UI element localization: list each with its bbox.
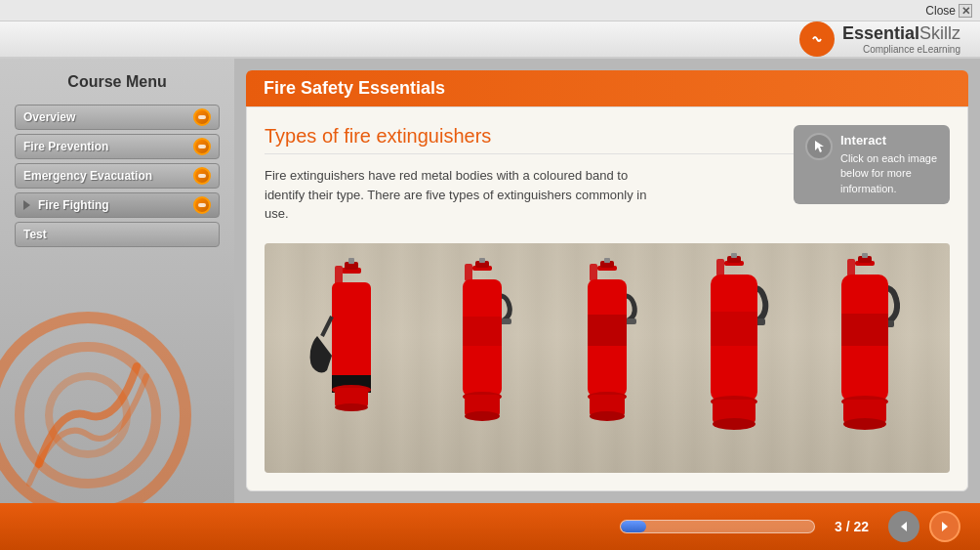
svg-rect-27 [590, 264, 597, 281]
sidebar-item-emergency-evacuation[interactable]: Emergency Evacuation [15, 163, 220, 189]
svg-point-23 [465, 411, 500, 421]
extinguisher-2[interactable] [443, 258, 521, 453]
svg-rect-36 [731, 253, 737, 258]
main-panel: Fire Safety Essentials Types of fire ext… [234, 59, 980, 503]
menu-item-icon-overview [193, 108, 211, 126]
menu-item-icon-emergency-evacuation [193, 167, 211, 185]
page-count: 3 / 22 [825, 519, 878, 534]
svg-rect-6 [348, 258, 354, 264]
arrow-icon [23, 200, 30, 210]
logo-area: EssentialSkillz Compliance eLearning [799, 21, 960, 57]
svg-rect-47 [847, 259, 855, 276]
extinguisher-4[interactable] [693, 253, 776, 453]
menu-item-label-fire-fighting: Fire Fighting [38, 198, 109, 212]
svg-rect-37 [716, 259, 724, 276]
main-container: EssentialSkillz Compliance eLearning Cou… [0, 21, 980, 550]
svg-rect-50 [841, 314, 888, 346]
svg-marker-55 [942, 522, 948, 531]
next-button[interactable] [929, 511, 960, 542]
svg-rect-46 [862, 253, 868, 258]
menu-item-label-test: Test [23, 228, 47, 241]
extinguishers-area [265, 243, 950, 474]
header: EssentialSkillz Compliance eLearning [0, 21, 980, 59]
svg-rect-30 [588, 315, 627, 346]
interact-text: Click on each image below for more infor… [840, 151, 938, 196]
close-label: Close [925, 4, 956, 18]
svg-point-43 [713, 418, 755, 430]
logo-rest: Skillz [919, 23, 960, 43]
logo-text-area: EssentialSkillz Compliance eLearning [842, 23, 960, 55]
menu-item-label-emergency-evacuation: Emergency Evacuation [23, 169, 152, 183]
logo-brand: EssentialSkillz [842, 23, 960, 44]
sidebar-title: Course Menu [15, 73, 220, 91]
svg-rect-8 [332, 282, 371, 390]
bottom-bar: 3 / 22 [0, 503, 980, 550]
svg-rect-20 [463, 317, 502, 346]
page-title: Fire Safety Essentials [264, 78, 951, 99]
svg-marker-54 [901, 522, 907, 531]
svg-rect-40 [711, 312, 757, 346]
logo-strong: Essential [842, 23, 919, 43]
prev-button[interactable] [888, 511, 919, 542]
content-area: Course Menu Overview Fire Prevention Eme… [0, 59, 980, 503]
sidebar: Course Menu Overview Fire Prevention Eme… [0, 59, 234, 503]
sidebar-item-overview[interactable]: Overview [15, 105, 220, 130]
progress-bar-container: 3 / 22 [20, 519, 878, 534]
logo-subtitle: Compliance eLearning [842, 44, 960, 55]
menu-item-left: Test [23, 228, 47, 241]
svg-rect-26 [604, 258, 610, 263]
sidebar-item-fire-prevention[interactable]: Fire Prevention [15, 134, 220, 159]
progress-track [620, 520, 815, 533]
svg-point-33 [590, 411, 625, 421]
interact-content: Interact Click on each image below for m… [840, 133, 938, 196]
menu-item-left: Overview [23, 110, 75, 124]
svg-point-53 [843, 418, 886, 430]
close-icon: ✕ [959, 4, 972, 18]
interact-box: Interact Click on each image below for m… [794, 125, 950, 204]
menu-item-left: Emergency Evacuation [23, 169, 152, 183]
menu-item-left: Fire Prevention [23, 140, 108, 153]
menu-item-icon-fire-fighting [193, 196, 211, 214]
menu-item-label-overview: Overview [23, 110, 75, 124]
svg-rect-16 [479, 258, 485, 263]
menu-item-left: Fire Fighting [23, 198, 109, 212]
progress-fill [621, 521, 646, 532]
description-text: Fire extinguishers have red metal bodies… [265, 166, 655, 224]
close-button[interactable]: Close ✕ [925, 4, 972, 18]
svg-point-13 [335, 403, 368, 411]
extinguisher-1[interactable] [307, 258, 395, 453]
logo-icon [799, 21, 835, 57]
extinguisher-5[interactable] [824, 253, 907, 453]
sidebar-item-test[interactable]: Test [15, 222, 220, 247]
sidebar-decoration [0, 308, 195, 503]
interact-label: Interact [840, 133, 938, 148]
content-card: Types of fire extinguishers Fire extingu… [246, 106, 968, 491]
page-title-bar: Fire Safety Essentials [246, 70, 968, 106]
top-bar: Close ✕ [0, 0, 980, 21]
svg-line-10 [322, 317, 332, 336]
sidebar-item-fire-fighting[interactable]: Fire Fighting [15, 192, 220, 218]
menu-item-label-fire-prevention: Fire Prevention [23, 140, 108, 153]
svg-rect-17 [465, 264, 472, 281]
menu-item-icon-fire-prevention [193, 138, 211, 155]
extinguisher-3[interactable] [568, 258, 646, 453]
cursor-icon [805, 133, 833, 160]
